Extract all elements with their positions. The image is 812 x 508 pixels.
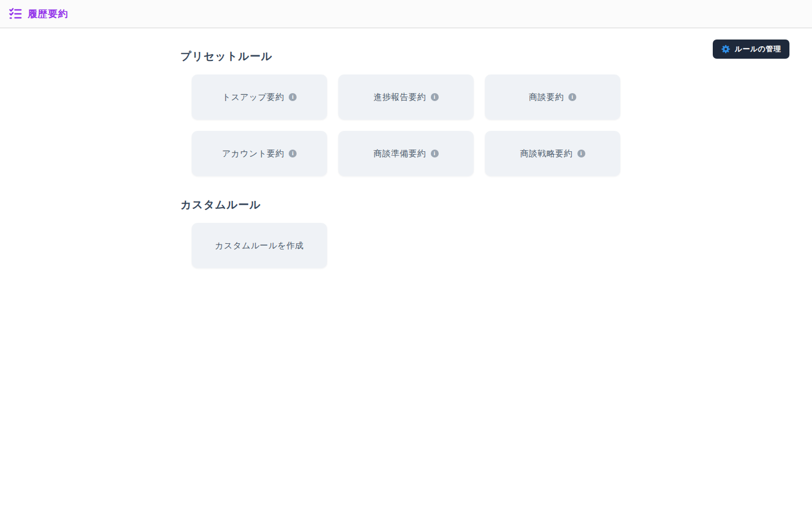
custom-rules-grid: カスタムルールを作成	[192, 223, 620, 268]
preset-rule-label: アカウント要約	[222, 148, 284, 159]
preset-rules-grid: トスアップ要約 i 進捗報告要約 i 商談要約 i アカウント要約 i 商談準備…	[192, 75, 620, 176]
info-icon[interactable]: i	[431, 150, 439, 157]
preset-rule-label: トスアップ要約	[222, 92, 284, 103]
app-header: 履歴要約	[0, 0, 812, 28]
preset-rules-heading: プリセットルール	[180, 50, 632, 63]
info-icon[interactable]: i	[431, 93, 439, 101]
info-icon[interactable]: i	[568, 93, 576, 101]
preset-rule-card-meeting-prep[interactable]: 商談準備要約 i	[338, 131, 474, 176]
info-icon[interactable]: i	[289, 93, 297, 101]
preset-rule-label: 進捗報告要約	[374, 92, 426, 103]
preset-rule-card-account[interactable]: アカウント要約 i	[192, 131, 327, 176]
app-title: 履歴要約	[28, 7, 68, 20]
preset-rule-label: 商談戦略要約	[520, 148, 573, 159]
create-custom-rule-label: カスタムルールを作成	[215, 240, 303, 251]
manage-rules-button[interactable]: ルールの管理	[713, 40, 789, 59]
preset-rule-label: 商談要約	[529, 92, 564, 103]
create-custom-rule-card[interactable]: カスタムルールを作成	[192, 223, 327, 268]
custom-rules-heading: カスタムルール	[180, 199, 632, 211]
info-icon[interactable]: i	[577, 150, 585, 157]
app-logo: 履歴要約	[9, 7, 68, 20]
preset-rule-label: 商談準備要約	[374, 148, 426, 159]
manage-rules-label: ルールの管理	[735, 44, 781, 54]
preset-rule-card-progress-report[interactable]: 進捗報告要約 i	[338, 75, 474, 120]
preset-rule-card-tossup[interactable]: トスアップ要約 i	[192, 75, 327, 120]
list-check-icon	[9, 7, 22, 20]
preset-rule-card-meeting-strategy[interactable]: 商談戦略要約 i	[485, 131, 620, 176]
main-content: ルールの管理 プリセットルール トスアップ要約 i 進捗報告要約 i 商談要約 …	[0, 28, 812, 268]
rules-container: プリセットルール トスアップ要約 i 進捗報告要約 i 商談要約 i アカウント…	[180, 28, 632, 268]
info-icon[interactable]: i	[289, 150, 297, 157]
gear-icon	[721, 45, 730, 54]
preset-rule-card-meeting[interactable]: 商談要約 i	[485, 75, 620, 120]
